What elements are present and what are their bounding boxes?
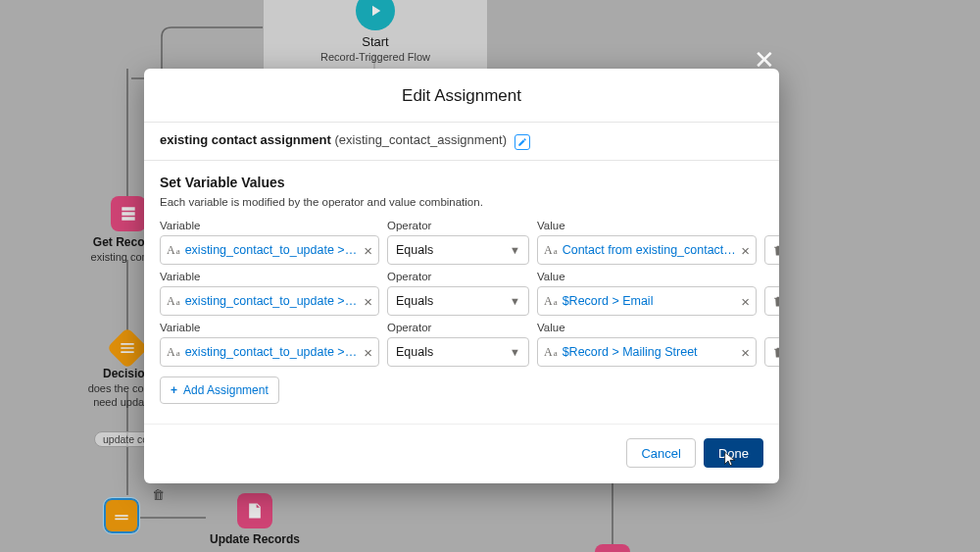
clear-icon[interactable]: × [364, 293, 372, 310]
operator-header: Operator [387, 271, 529, 282]
modal-title: Edit Assignment [144, 69, 779, 122]
modal-body: Set Variable Values Each variable is mod… [144, 160, 779, 412]
variable-header: Variable [160, 322, 379, 333]
assignment-node-selected[interactable] [104, 498, 139, 533]
clear-icon[interactable]: × [741, 242, 750, 259]
delete-row-button[interactable] [764, 286, 779, 316]
value-value: $Record > Email [563, 294, 737, 308]
get-records-icon [111, 196, 146, 231]
assignment-rows: Variable Aa existing_contact_to_update >… [160, 220, 763, 367]
variable-header: Variable [160, 220, 379, 231]
operator-select[interactable]: Equals ▼ [387, 235, 529, 265]
assignment-api-name: (existing_contact_assignment) [334, 132, 507, 147]
value-input[interactable]: Aa $Record > Mailing Street × [537, 337, 757, 367]
trash-icon [772, 244, 780, 257]
modal-footer: Cancel Done [144, 424, 779, 483]
decision-icon [107, 327, 148, 369]
modal-name-row: existing contact assignment (existing_co… [144, 122, 779, 160]
value-input[interactable]: Aa $Record > Email × [537, 286, 757, 316]
variable-value: existing_contact_to_update > Contac... [185, 243, 360, 257]
text-type-icon: Aa [167, 345, 180, 360]
delete-node-icon[interactable]: 🗑 [152, 487, 165, 502]
text-type-icon: Aa [544, 345, 558, 360]
operator-value: Equals [396, 345, 433, 359]
variable-input[interactable]: Aa existing_contact_to_update > Email × [160, 286, 379, 316]
chevron-down-icon: ▼ [510, 295, 520, 307]
variable-value: existing_contact_to_update > Email [185, 294, 360, 308]
variable-input[interactable]: Aa existing_contact_to_update > Contac..… [160, 235, 379, 265]
trash-icon [772, 346, 780, 359]
value-input[interactable]: Aa Contact from existing_contact_rec > .… [537, 235, 757, 265]
operator-header: Operator [387, 220, 529, 231]
operator-select[interactable]: Equals ▼ [387, 337, 529, 367]
clear-icon[interactable]: × [364, 344, 372, 361]
operator-value: Equals [396, 294, 433, 308]
operator-value: Equals [396, 243, 433, 257]
add-assignment-button[interactable]: + Add Assignment [160, 376, 279, 404]
text-type-icon: Aa [544, 294, 558, 309]
assignment-row: Variable Aa existing_contact_to_update >… [160, 271, 763, 316]
value-value: Contact from existing_contact_rec > ... [563, 243, 737, 257]
assignment-row: Variable Aa existing_contact_to_update >… [160, 322, 763, 367]
final-update-icon [595, 544, 630, 552]
plus-icon: + [171, 383, 177, 397]
assignment-name: existing contact assignment [160, 132, 331, 147]
pencil-icon [517, 137, 527, 147]
edit-name-button[interactable] [514, 134, 530, 150]
start-label: Start [275, 34, 475, 49]
start-node[interactable]: Start Record-Triggered Flow [263, 0, 488, 77]
final-update-node[interactable] [595, 544, 630, 552]
section-title: Set Variable Values [160, 175, 763, 190]
add-assignment-label: Add Assignment [183, 383, 269, 397]
delete-row-button[interactable] [764, 235, 779, 265]
update-records-label: Update Records [196, 532, 314, 546]
update-records-node[interactable]: Update Records [196, 493, 314, 546]
edit-assignment-modal: Edit Assignment existing contact assignm… [144, 69, 779, 483]
chevron-down-icon: ▼ [510, 346, 520, 358]
done-button[interactable]: Done [704, 438, 763, 468]
clear-icon[interactable]: × [364, 242, 372, 259]
section-subtitle: Each variable is modified by the operato… [160, 196, 763, 208]
update-records-icon [237, 493, 272, 528]
start-subtitle: Record-Triggered Flow [275, 51, 475, 63]
variable-header: Variable [160, 271, 379, 282]
operator-header: Operator [387, 322, 529, 333]
text-type-icon: Aa [167, 294, 180, 309]
value-header: Value [537, 220, 757, 231]
text-type-icon: Aa [544, 243, 558, 258]
text-type-icon: Aa [167, 243, 180, 258]
variable-value: existing_contact_to_update > Primar... [185, 345, 360, 359]
trash-icon [772, 295, 780, 308]
value-header: Value [537, 322, 757, 333]
delete-row-button[interactable] [764, 337, 779, 367]
clear-icon[interactable]: × [741, 344, 750, 361]
assignment-icon [104, 498, 139, 533]
value-header: Value [537, 271, 757, 282]
clear-icon[interactable]: × [741, 293, 750, 310]
assignment-row: Variable Aa existing_contact_to_update >… [160, 220, 763, 265]
operator-select[interactable]: Equals ▼ [387, 286, 529, 316]
chevron-down-icon: ▼ [510, 244, 520, 256]
start-icon [356, 0, 395, 30]
value-value: $Record > Mailing Street [563, 345, 737, 359]
cancel-button[interactable]: Cancel [626, 438, 695, 468]
cursor-icon [722, 451, 738, 467]
variable-input[interactable]: Aa existing_contact_to_update > Primar..… [160, 337, 379, 367]
